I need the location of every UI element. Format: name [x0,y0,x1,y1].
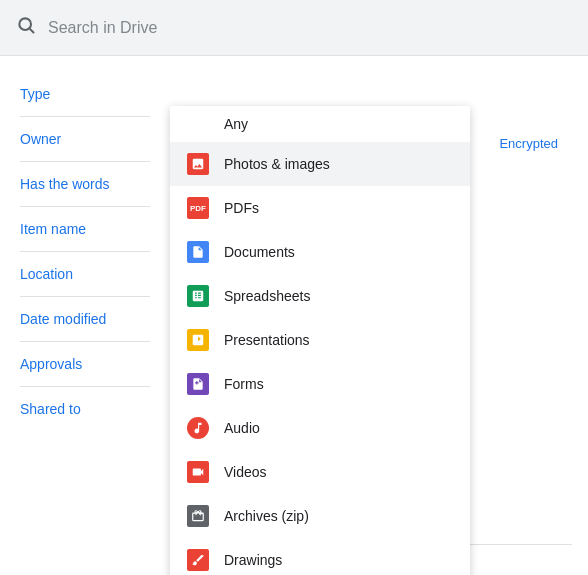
drawings-icon [186,548,210,572]
filter-location[interactable]: Location [20,252,150,297]
zip-icon [186,504,210,528]
video-icon [186,460,210,484]
sheets-icon [186,284,210,308]
filter-has-words[interactable]: Has the words [20,162,150,207]
dropdown-item-documents[interactable]: Documents [170,230,470,274]
type-dropdown: Any Photos & images PDF PDFs [170,106,470,575]
main-content: Type Owner Has the words Item name Locat… [0,56,588,575]
dropdown-label-documents: Documents [224,244,295,260]
search-placeholder: Search in Drive [48,19,157,37]
dropdown-item-forms[interactable]: Forms [170,362,470,406]
dropdown-label-archives: Archives (zip) [224,508,309,524]
dropdown-label-photos: Photos & images [224,156,330,172]
photos-icon [186,152,210,176]
audio-icon [186,416,210,440]
dropdown-label-presentations: Presentations [224,332,310,348]
dropdown-label-videos: Videos [224,464,267,480]
dropdown-item-archives[interactable]: Archives (zip) [170,494,470,538]
dropdown-label-audio: Audio [224,420,260,436]
pdf-icon: PDF [186,196,210,220]
search-icon [16,15,36,40]
dropdown-label-forms: Forms [224,376,264,392]
dropdown-item-videos[interactable]: Videos [170,450,470,494]
dropdown-item-presentations[interactable]: Presentations [170,318,470,362]
svg-line-1 [30,29,34,33]
filter-approvals[interactable]: Approvals [20,342,150,387]
filter-sidebar: Type Owner Has the words Item name Locat… [0,56,170,575]
filter-shared-to[interactable]: Shared to [20,387,150,431]
dropdown-label-pdfs: PDFs [224,200,259,216]
dropdown-item-photos[interactable]: Photos & images [170,142,470,186]
filter-type[interactable]: Type [20,72,150,117]
encrypted-label: Encrypted [499,136,558,151]
dropdown-item-drawings[interactable]: Drawings [170,538,470,575]
search-bar: Search in Drive [0,0,588,56]
dropdown-item-pdfs[interactable]: PDF PDFs [170,186,470,230]
dropdown-label-spreadsheets: Spreadsheets [224,288,310,304]
filter-owner[interactable]: Owner [20,117,150,162]
dropdown-item-any[interactable]: Any [170,106,470,142]
filter-item-name[interactable]: Item name [20,207,150,252]
dropdown-item-audio[interactable]: Audio [170,406,470,450]
dropdown-item-spreadsheets[interactable]: Spreadsheets [170,274,470,318]
slides-icon [186,328,210,352]
docs-icon [186,240,210,264]
dropdown-label-any: Any [224,116,248,132]
filter-date-modified[interactable]: Date modified [20,297,150,342]
forms-icon [186,372,210,396]
dropdown-label-drawings: Drawings [224,552,282,568]
